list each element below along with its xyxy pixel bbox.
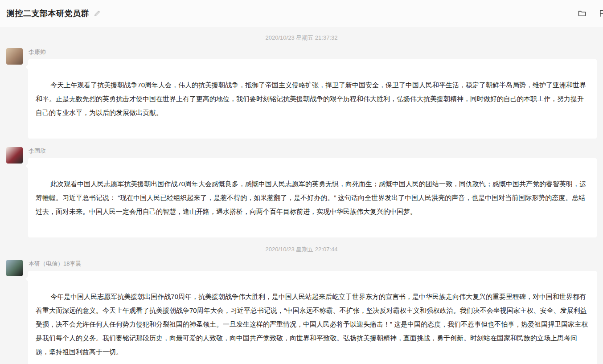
sender-name: 李国欣 [29, 147, 597, 155]
chat-header: 测控二支部本研党员群 [0, 0, 603, 27]
timestamp: 2020/10/23 星期五 21:37:32 [0, 34, 603, 42]
folder-icon[interactable] [578, 9, 587, 18]
message-bubble: 此次观看中国人民志愿军抗美援朝出国作战70周年大会感慨良多，感慨中国人民志愿军的… [28, 158, 597, 237]
message-text: 今年是中国人民志愿军抗美援朝出国作战70周年，抗美援朝战争伟大胜利，是中国人民站… [36, 293, 588, 356]
message-text: 今天上午观看了抗美援朝战争70周年大会，伟大的抗美援朝战争，抵御了帝国主义侵略扩… [36, 81, 586, 116]
chat-window: 测控二支部本研党员群 2020/10/23 星期五 21:37:32 [0, 0, 603, 364]
message-bubble: 今年是中国人民志愿军抗美援朝出国作战70周年，抗美援朝战争伟大胜利，是中国人民站… [28, 271, 597, 364]
timestamp: 2020/10/23 星期五 22:07:44 [0, 245, 603, 254]
message-row: 李国欣 此次观看中国人民志愿军抗美援朝出国作战70周年大会感慨良多，感慨中国人民… [0, 143, 603, 241]
avatar[interactable] [6, 48, 23, 65]
sender-name: 本研（电信）18李晨 [29, 260, 597, 268]
message-row: 本研（电信）18李晨 今年是中国人民志愿军抗美援朝出国作战70周年，抗美援朝战争… [0, 255, 603, 364]
avatar[interactable] [6, 147, 23, 164]
edit-title-icon[interactable] [94, 10, 101, 17]
message-bubble: 今天上午观看了抗美援朝战争70周年大会，伟大的抗美援朝战争，抵御了帝国主义侵略扩… [28, 59, 597, 139]
message-feed: 2020/10/23 星期五 21:37:32 李康帅 今天上午观看了抗美援朝战… [0, 27, 603, 364]
sender-name: 李康帅 [29, 48, 597, 56]
flag-icon[interactable] [598, 9, 603, 18]
message-body: 本研（电信）18李晨 今年是中国人民志愿军抗美援朝出国作战70周年，抗美援朝战争… [28, 259, 597, 364]
chat-title: 测控二支部本研党员群 [7, 8, 89, 19]
header-actions [566, 9, 603, 18]
message-row: 李康帅 今天上午观看了抗美援朝战争70周年大会，伟大的抗美援朝战争，抵御了帝国主… [0, 44, 603, 143]
message-text: 此次观看中国人民志愿军抗美援朝出国作战70周年大会感慨良多，感慨中国人民志愿军的… [36, 180, 586, 215]
message-body: 李国欣 此次观看中国人民志愿军抗美援朝出国作战70周年大会感慨良多，感慨中国人民… [28, 146, 597, 237]
message-body: 李康帅 今天上午观看了抗美援朝战争70周年大会，伟大的抗美援朝战争，抵御了帝国主… [28, 47, 597, 139]
avatar[interactable] [6, 260, 23, 276]
